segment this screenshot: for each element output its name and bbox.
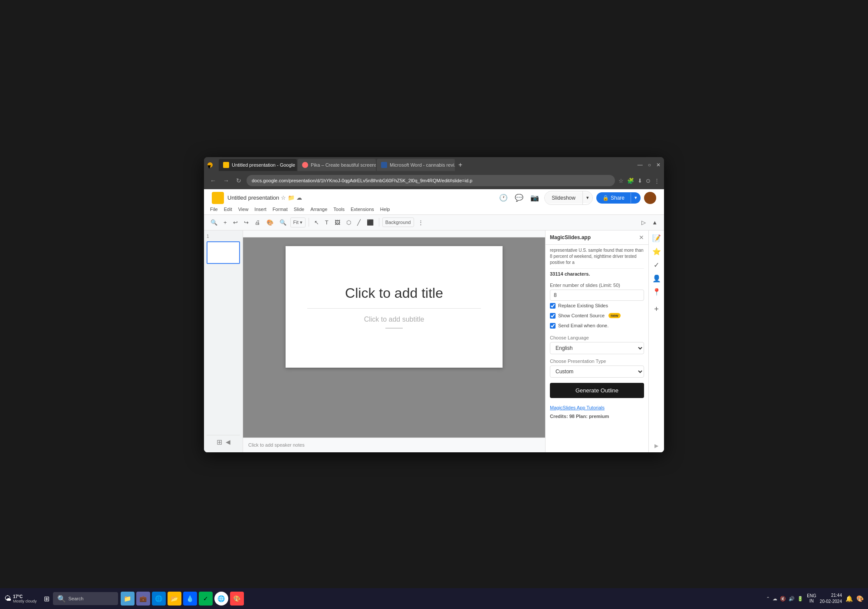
speaker-notes[interactable]: Click to add speaker notes xyxy=(243,438,545,452)
bookmark-icon[interactable]: ☆ xyxy=(618,178,624,184)
generate-outline-button[interactable]: Generate Outline xyxy=(550,383,644,398)
menu-slide[interactable]: Slide xyxy=(291,206,307,213)
taskbar-app-chrome[interactable]: 🌐 xyxy=(214,592,228,606)
slideshow-dropdown[interactable]: ▾ xyxy=(583,192,592,203)
more-icon[interactable]: ⋮ xyxy=(654,178,660,184)
maximize-button[interactable]: ○ xyxy=(648,162,651,168)
show-source-checkbox[interactable] xyxy=(550,313,556,319)
line-button[interactable]: ╱ xyxy=(355,217,363,227)
minimize-button[interactable]: — xyxy=(638,162,643,168)
slide-title-area[interactable]: Click to add title xyxy=(307,285,481,309)
menu-view[interactable]: View xyxy=(236,206,251,213)
right-icon-1[interactable]: 📝 xyxy=(652,234,661,242)
insert-button[interactable]: + xyxy=(221,217,229,227)
paint-format-button[interactable]: 🎨 xyxy=(264,217,276,227)
menu-help[interactable]: Help xyxy=(378,206,393,213)
right-icon-5[interactable]: 📍 xyxy=(652,288,661,296)
taskbar-app-dropbox[interactable]: 💧 xyxy=(183,592,197,606)
zoom-out-button[interactable]: 🔍 xyxy=(208,217,220,227)
user-avatar[interactable] xyxy=(644,192,656,204)
slide-title-placeholder[interactable]: Click to add title xyxy=(345,285,443,301)
taskbar-app-edge[interactable]: 🌐 xyxy=(152,592,166,606)
share-dropdown[interactable]: ▾ xyxy=(631,192,641,203)
right-expand-icon[interactable]: + xyxy=(654,305,659,314)
cloud-icon[interactable]: ☁ xyxy=(296,194,302,201)
menu-extensions[interactable]: Extensions xyxy=(348,206,377,213)
language-indicator[interactable]: ENGIN xyxy=(807,593,816,604)
slideshow-button[interactable]: Slideshow xyxy=(545,192,582,204)
pointer-button[interactable]: ▷ xyxy=(639,217,648,227)
redo-button[interactable]: ↪ xyxy=(242,217,251,227)
profile-icon[interactable]: ⊙ xyxy=(646,178,651,184)
tab-word[interactable]: Microsoft Word - cannabis revi... ✕ xyxy=(377,159,455,171)
background-button[interactable]: Background xyxy=(382,217,414,227)
send-email-checkbox[interactable] xyxy=(550,323,556,329)
color-icon[interactable]: 🎨 xyxy=(856,595,864,602)
shapes-button[interactable]: ⬡ xyxy=(344,217,353,227)
image-button[interactable]: 🖼 xyxy=(332,217,342,227)
connector-button[interactable]: ⬛ xyxy=(365,217,376,227)
menu-dot[interactable]: ▾ xyxy=(207,162,213,168)
tab-pika[interactable]: Pika – Create beautiful screens! ✕ xyxy=(298,159,376,171)
language-select[interactable]: English Spanish French German Chinese xyxy=(550,342,644,354)
menu-tools[interactable]: Tools xyxy=(331,206,347,213)
network-icon[interactable]: ☁ xyxy=(773,596,777,602)
undo-button[interactable]: ↩ xyxy=(231,217,240,227)
menu-file[interactable]: File xyxy=(207,206,220,213)
back-button[interactable]: ← xyxy=(208,176,218,185)
slide-thumbnail-1[interactable] xyxy=(207,241,240,264)
replace-slides-checkbox[interactable] xyxy=(550,303,556,309)
more-tools-button[interactable]: ⋮ xyxy=(416,217,426,227)
folder-icon[interactable]: 📁 xyxy=(288,194,295,201)
close-button[interactable]: ✕ xyxy=(656,162,661,168)
taskbar-app-explorer[interactable]: 📁 xyxy=(121,592,135,606)
new-tab-button[interactable]: + xyxy=(456,161,465,169)
menu-insert[interactable]: Insert xyxy=(252,206,269,213)
camera-icon[interactable]: 📷 xyxy=(529,192,541,204)
reload-button[interactable]: ↻ xyxy=(234,176,243,185)
address-bar-input[interactable] xyxy=(247,175,615,186)
search-box[interactable]: 🔍 Search xyxy=(53,592,118,605)
right-icon-4[interactable]: 👤 xyxy=(652,274,661,283)
zoom-level-control[interactable]: Fit ▾ xyxy=(290,217,306,227)
sound-icon[interactable]: 🔊 xyxy=(789,596,795,602)
grid-view-icon[interactable]: ⊞ xyxy=(217,438,222,446)
right-icon-2[interactable]: ⭐ xyxy=(652,247,661,256)
history-icon[interactable]: 🕐 xyxy=(497,192,510,204)
tutorials-link[interactable]: MagicSlides App Tutorials xyxy=(550,405,644,410)
canvas-workspace[interactable]: Click to add title Click to add subtitle xyxy=(243,237,545,438)
taskbar-app-files[interactable]: 📂 xyxy=(168,592,181,606)
taskbar-app-extra[interactable]: 🎨 xyxy=(230,592,244,606)
audio-icon[interactable]: 🔇 xyxy=(780,596,786,602)
presentation-type-select[interactable]: Custom Educational Business Marketing xyxy=(550,365,644,378)
taskbar-app-green[interactable]: ✓ xyxy=(199,592,213,606)
text-box-button[interactable]: T xyxy=(323,217,331,227)
battery-icon[interactable]: 🔋 xyxy=(797,596,803,602)
share-button[interactable]: 🔒 Share xyxy=(596,192,631,204)
menu-format[interactable]: Format xyxy=(270,206,290,213)
select-tool-button[interactable]: ↖ xyxy=(312,217,321,227)
tray-icon-1[interactable]: ⌃ xyxy=(766,596,770,602)
forward-button[interactable]: → xyxy=(221,176,231,185)
slides-doc-title[interactable]: Untitled presentation xyxy=(227,194,279,201)
slide-subtitle-placeholder[interactable]: Click to add subtitle xyxy=(364,316,424,323)
taskbar-app-teams[interactable]: 💼 xyxy=(136,592,150,606)
collapse-panel-icon[interactable]: ◀ xyxy=(226,438,230,445)
notification-icon[interactable]: 🔔 xyxy=(845,595,853,602)
right-collapse-icon[interactable]: ▶ xyxy=(654,443,658,449)
download-icon[interactable]: ⬇ xyxy=(638,178,642,184)
tab-slides[interactable]: Untitled presentation - Google ✕ xyxy=(219,159,297,171)
right-icon-3[interactable]: ✓ xyxy=(654,261,659,269)
star-icon[interactable]: ☆ xyxy=(281,194,286,201)
zoom-control-button[interactable]: 🔍 xyxy=(277,217,289,227)
menu-arrange[interactable]: Arrange xyxy=(308,206,330,213)
collapse-toolbar[interactable]: ▲ xyxy=(650,217,660,227)
slides-count-input[interactable] xyxy=(550,290,644,301)
start-button[interactable]: ⊞ xyxy=(42,593,51,605)
chat-icon[interactable]: 💬 xyxy=(513,192,525,204)
menu-edit[interactable]: Edit xyxy=(221,206,235,213)
print-button[interactable]: 🖨 xyxy=(253,217,263,227)
slide-canvas[interactable]: Click to add title Click to add subtitle xyxy=(286,246,503,368)
extensions-icon[interactable]: 🧩 xyxy=(627,178,634,184)
magic-panel-close[interactable]: ✕ xyxy=(639,234,644,241)
